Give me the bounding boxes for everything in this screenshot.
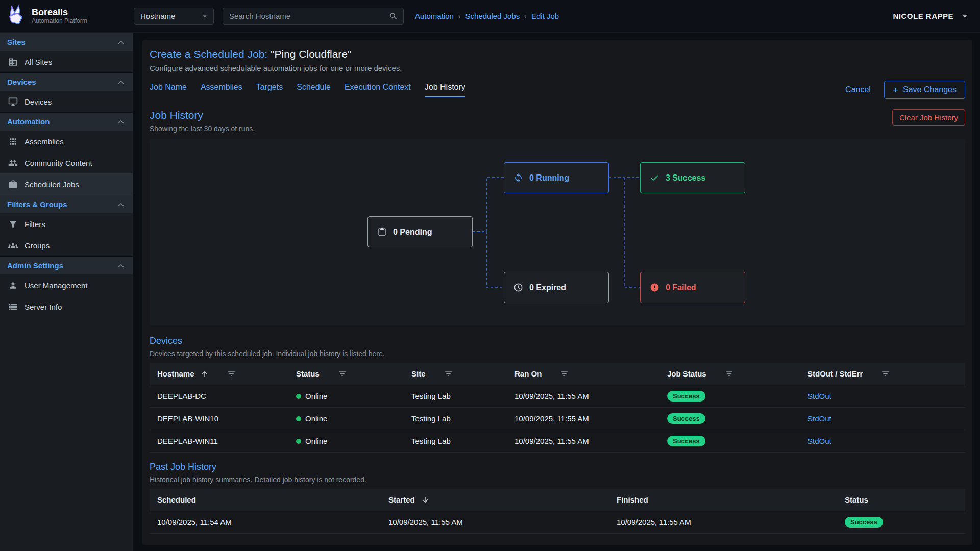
- sidebar-item-user-management[interactable]: User Management: [0, 274, 133, 296]
- column-header-site[interactable]: Site: [404, 369, 507, 378]
- sidebar-item-assemblies[interactable]: Assemblies: [0, 131, 133, 152]
- status-badge: Success: [667, 436, 705, 446]
- job-status-flow-diagram: 0 Pending 0 Running 3 Success 0 Expired: [150, 139, 965, 325]
- pending-status-node[interactable]: 0 Pending: [368, 216, 473, 247]
- breadcrumb-separator: ›: [524, 12, 527, 20]
- stdout-link[interactable]: StdOut: [807, 414, 831, 423]
- column-label: Status: [296, 369, 320, 378]
- sidebar-item-groups[interactable]: Groups: [0, 235, 133, 256]
- column-header-hostname[interactable]: Hostname: [150, 369, 288, 378]
- column-header-scheduled[interactable]: Scheduled: [150, 495, 381, 504]
- past-job-history-subheading: Historical job history summaries. Detail…: [150, 475, 366, 484]
- column-header-ran-on[interactable]: Ran On: [507, 369, 659, 378]
- breadcrumb-scheduled-jobs[interactable]: Scheduled Jobs: [465, 12, 520, 20]
- sidebar-section-sites[interactable]: Sites: [0, 33, 133, 51]
- search-icon[interactable]: [389, 12, 398, 21]
- save-changes-button[interactable]: + Save Changes: [884, 81, 965, 99]
- breadcrumb: Automation › Scheduled Jobs › Edit Job: [415, 12, 559, 20]
- check-icon: [650, 173, 659, 183]
- breadcrumb-edit-job[interactable]: Edit Job: [531, 12, 559, 20]
- chevron-up-icon: [116, 78, 126, 87]
- sidebar-section-devices[interactable]: Devices: [0, 72, 133, 91]
- chevron-down-icon: [960, 11, 970, 21]
- sidebar-item-label: Filters: [24, 220, 45, 229]
- online-status-dot: [296, 439, 301, 444]
- column-header-finished[interactable]: Finished: [609, 495, 837, 504]
- hostname-value: DEEPLAB-DC: [157, 392, 206, 400]
- page-actions: Cancel + Save Changes: [845, 81, 965, 99]
- table-row[interactable]: DEEPLAB-WIN11 Online Testing Lab 10/09/2…: [150, 430, 965, 453]
- tabs: Job Name Assemblies Targets Schedule Exe…: [150, 83, 465, 97]
- stdout-link[interactable]: StdOut: [807, 392, 831, 400]
- column-label: Status: [845, 495, 868, 504]
- breadcrumb-automation[interactable]: Automation: [415, 12, 454, 20]
- filter-icon[interactable]: [338, 369, 347, 378]
- column-header-status[interactable]: Status: [288, 369, 404, 378]
- sidebar-section-automation[interactable]: Automation: [0, 112, 133, 131]
- section-label: Sites: [7, 38, 26, 46]
- tab-targets[interactable]: Targets: [256, 83, 283, 97]
- sidebar-item-label: All Sites: [24, 58, 52, 66]
- success-status-node[interactable]: 3 Success: [640, 162, 745, 193]
- expired-status-node[interactable]: 0 Expired: [504, 272, 609, 303]
- funnel-icon: [8, 219, 18, 229]
- column-header-started[interactable]: Started: [381, 495, 609, 504]
- sidebar-item-label: Server Info: [24, 303, 62, 311]
- devices-subheading: Devices targeted by this scheduled job. …: [150, 349, 385, 358]
- sidebar-item-community-content[interactable]: Community Content: [0, 152, 133, 173]
- chevron-up-icon: [116, 117, 126, 127]
- sidebar-item-label: Groups: [24, 241, 50, 250]
- status-badge: Success: [845, 517, 883, 528]
- table-row[interactable]: 10/09/2025, 11:54 AM 10/09/2025, 11:55 A…: [150, 511, 965, 534]
- briefcase-icon: [8, 180, 18, 189]
- tab-assemblies[interactable]: Assemblies: [201, 83, 242, 97]
- sidebar-item-all-sites[interactable]: All Sites: [0, 51, 133, 72]
- sidebar-item-server-info[interactable]: Server Info: [0, 296, 133, 317]
- stdout-link[interactable]: StdOut: [807, 437, 831, 445]
- search-input[interactable]: [229, 12, 389, 20]
- clear-job-history-button[interactable]: Clear Job History: [892, 109, 965, 126]
- user-menu[interactable]: NICOLE RAPPE: [893, 11, 980, 21]
- status-badge: Success: [667, 391, 705, 402]
- sidebar-item-label: Community Content: [24, 159, 92, 167]
- failed-status-node[interactable]: 0 Failed: [640, 272, 745, 303]
- column-header-stdout-stderr[interactable]: StdOut / StdErr: [800, 369, 965, 378]
- tab-execution-context[interactable]: Execution Context: [345, 83, 411, 97]
- sidebar-section-filters-groups[interactable]: Filters & Groups: [0, 195, 133, 213]
- tab-job-name[interactable]: Job Name: [150, 83, 187, 97]
- tabs-row: Job Name Assemblies Targets Schedule Exe…: [150, 81, 965, 99]
- job-history-header: Job History Showing the last 30 days of …: [150, 109, 965, 133]
- table-row[interactable]: DEEPLAB-WIN10 Online Testing Lab 10/09/2…: [150, 408, 965, 430]
- filter-icon[interactable]: [881, 369, 890, 378]
- column-header-job-status[interactable]: Job Status: [659, 369, 800, 378]
- running-status-node[interactable]: 0 Running: [504, 162, 609, 193]
- devices-table: Hostname Status Site: [150, 363, 965, 453]
- hostname-select[interactable]: Hostname: [134, 8, 214, 25]
- sidebar-item-scheduled-jobs[interactable]: Scheduled Jobs: [0, 173, 133, 195]
- filter-icon[interactable]: [444, 369, 453, 378]
- failed-count-label: 0 Failed: [666, 283, 696, 292]
- running-count-label: 0 Running: [529, 173, 569, 183]
- filter-icon[interactable]: [725, 369, 733, 378]
- page-subtitle: Configure advanced schedulable automatio…: [150, 64, 965, 72]
- tab-schedule[interactable]: Schedule: [297, 83, 331, 97]
- hostname-select-value: Hostname: [140, 12, 175, 20]
- tab-job-history[interactable]: Job History: [425, 83, 465, 97]
- site-value: Testing Lab: [411, 437, 451, 445]
- sidebar-item-devices[interactable]: Devices: [0, 91, 133, 112]
- sync-icon: [513, 173, 523, 183]
- filter-icon[interactable]: [227, 369, 236, 378]
- cancel-button[interactable]: Cancel: [845, 85, 871, 94]
- hostname-value: DEEPLAB-WIN11: [157, 437, 218, 445]
- sidebar-section-admin-settings[interactable]: Admin Settings: [0, 256, 133, 274]
- section-label: Admin Settings: [7, 261, 63, 270]
- online-status-dot: [296, 394, 301, 399]
- filter-icon[interactable]: [560, 369, 569, 378]
- borealis-logo-icon: [5, 5, 27, 28]
- status-value: Online: [305, 437, 327, 445]
- expired-count-label: 0 Expired: [529, 283, 566, 292]
- sidebar-item-filters[interactable]: Filters: [0, 213, 133, 235]
- table-row[interactable]: DEEPLAB-DC Online Testing Lab 10/09/2025…: [150, 385, 965, 408]
- ran-on-value: 10/09/2025, 11:55 AM: [514, 414, 589, 423]
- column-header-status[interactable]: Status: [837, 495, 965, 504]
